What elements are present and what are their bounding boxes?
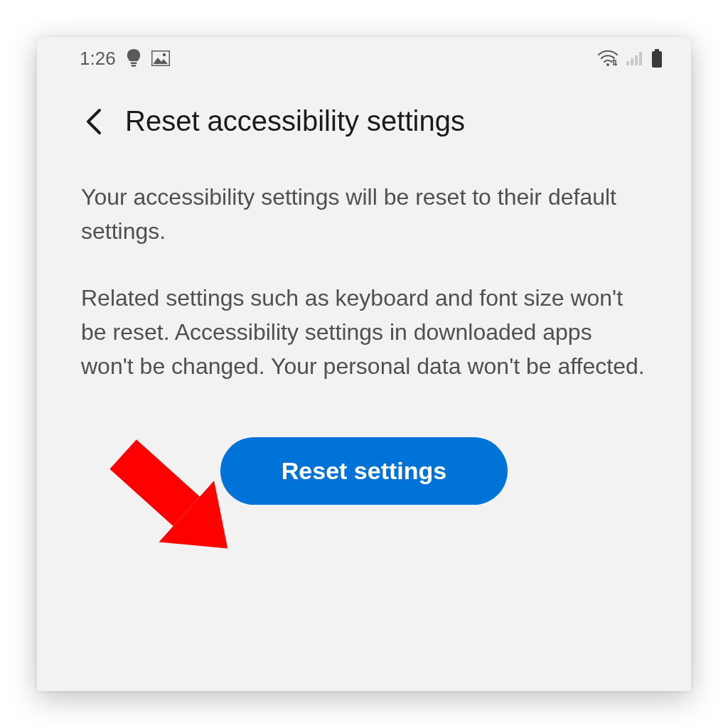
battery-icon <box>651 49 663 68</box>
svg-marker-3 <box>154 58 168 64</box>
svg-rect-6 <box>626 61 629 65</box>
body-text: Your accessibility settings will be rese… <box>37 144 691 383</box>
svg-point-4 <box>162 53 165 56</box>
description-paragraph-2: Related settings such as keyboard and fo… <box>81 281 647 383</box>
page-title: Reset accessibility settings <box>125 105 465 137</box>
svg-rect-10 <box>655 49 659 51</box>
svg-rect-9 <box>639 52 642 65</box>
svg-point-5 <box>606 63 609 66</box>
status-time: 1:26 <box>80 48 116 70</box>
description-paragraph-1: Your accessibility settings will be rese… <box>81 180 647 248</box>
page-header: Reset accessibility settings <box>37 80 691 144</box>
status-bar: 1:26 <box>37 37 691 80</box>
svg-rect-1 <box>131 65 136 67</box>
svg-rect-8 <box>635 55 638 65</box>
svg-rect-0 <box>130 63 136 65</box>
svg-rect-11 <box>652 51 662 68</box>
svg-rect-7 <box>631 58 633 65</box>
wifi-icon <box>597 50 619 67</box>
reset-settings-button[interactable]: Reset settings <box>220 437 508 505</box>
device-screen: 1:26 <box>37 37 691 691</box>
bulb-icon <box>126 48 141 68</box>
image-icon <box>151 50 170 66</box>
back-icon[interactable] <box>84 107 102 136</box>
signal-icon <box>626 50 644 66</box>
